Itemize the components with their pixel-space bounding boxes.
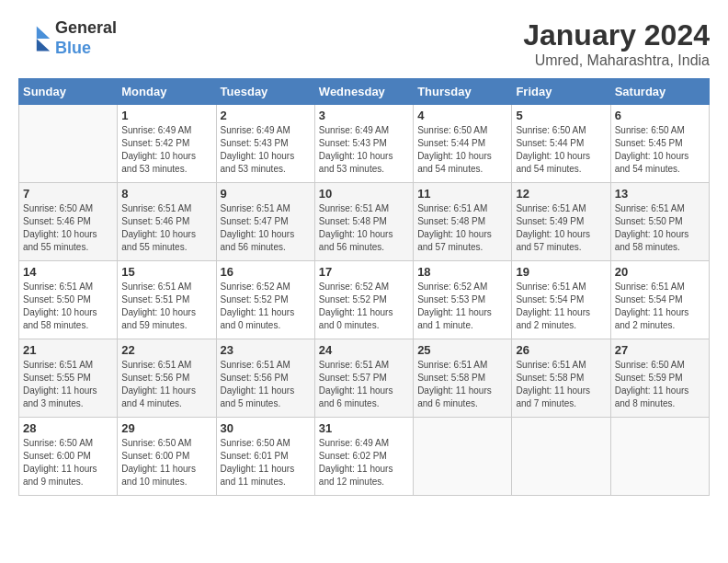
day-number: 19 bbox=[516, 265, 606, 279]
day-number: 18 bbox=[417, 265, 507, 279]
calendar-body: 1 Sunrise: 6:49 AMSunset: 5:42 PMDayligh… bbox=[19, 105, 710, 496]
day-number: 12 bbox=[516, 187, 606, 201]
day-number: 2 bbox=[221, 109, 311, 122]
calendar-cell: 9 Sunrise: 6:51 AMSunset: 5:47 PMDayligh… bbox=[216, 183, 314, 261]
day-number: 26 bbox=[516, 343, 606, 357]
day-info: Sunrise: 6:50 AMSunset: 6:00 PMDaylight:… bbox=[23, 437, 113, 488]
month-title: January 2024 bbox=[523, 18, 710, 52]
calendar-row: 7 Sunrise: 6:50 AMSunset: 5:46 PMDayligh… bbox=[19, 183, 710, 261]
day-info: Sunrise: 6:51 AMSunset: 5:54 PMDaylight:… bbox=[516, 281, 606, 332]
location: Umred, Maharashtra, India bbox=[523, 52, 710, 69]
day-info: Sunrise: 6:51 AMSunset: 5:47 PMDaylight:… bbox=[221, 202, 311, 254]
calendar-cell: 25 Sunrise: 6:51 AMSunset: 5:58 PMDaylig… bbox=[414, 339, 512, 418]
weekday-header: Saturday bbox=[610, 79, 709, 105]
calendar-cell: 22 Sunrise: 6:51 AMSunset: 5:56 PMDaylig… bbox=[118, 339, 216, 418]
day-number: 31 bbox=[319, 421, 409, 435]
day-number: 14 bbox=[23, 265, 113, 279]
calendar-cell: 1 Sunrise: 6:49 AMSunset: 5:42 PMDayligh… bbox=[118, 105, 216, 183]
calendar-row: 28 Sunrise: 6:50 AMSunset: 6:00 PMDaylig… bbox=[19, 418, 710, 496]
day-info: Sunrise: 6:51 AMSunset: 5:48 PMDaylight:… bbox=[319, 202, 409, 254]
calendar-cell: 11 Sunrise: 6:51 AMSunset: 5:48 PMDaylig… bbox=[414, 183, 512, 261]
day-info: Sunrise: 6:50 AMSunset: 6:01 PMDaylight:… bbox=[221, 437, 311, 488]
calendar-cell: 2 Sunrise: 6:49 AMSunset: 5:43 PMDayligh… bbox=[216, 105, 314, 183]
day-number: 6 bbox=[615, 109, 705, 122]
day-number: 22 bbox=[121, 343, 211, 357]
day-info: Sunrise: 6:50 AMSunset: 5:45 PMDaylight:… bbox=[615, 124, 705, 176]
day-number: 1 bbox=[121, 109, 211, 122]
calendar-cell: 18 Sunrise: 6:52 AMSunset: 5:53 PMDaylig… bbox=[414, 261, 512, 339]
calendar-cell: 23 Sunrise: 6:51 AMSunset: 5:56 PMDaylig… bbox=[216, 339, 314, 418]
day-number: 20 bbox=[615, 265, 705, 279]
day-number: 17 bbox=[319, 265, 409, 279]
calendar-cell: 12 Sunrise: 6:51 AMSunset: 5:49 PMDaylig… bbox=[512, 183, 610, 261]
calendar-cell: 26 Sunrise: 6:51 AMSunset: 5:58 PMDaylig… bbox=[512, 339, 610, 418]
day-info: Sunrise: 6:51 AMSunset: 5:58 PMDaylight:… bbox=[417, 359, 507, 410]
calendar-cell: 19 Sunrise: 6:51 AMSunset: 5:54 PMDaylig… bbox=[512, 261, 610, 339]
day-number: 28 bbox=[23, 421, 113, 435]
weekday-header: Friday bbox=[512, 79, 610, 105]
calendar-cell: 10 Sunrise: 6:51 AMSunset: 5:48 PMDaylig… bbox=[314, 183, 413, 261]
day-info: Sunrise: 6:50 AMSunset: 5:46 PMDaylight:… bbox=[23, 202, 113, 254]
svg-marker-0 bbox=[37, 26, 50, 39]
day-number: 5 bbox=[516, 109, 606, 122]
day-number: 30 bbox=[221, 421, 311, 435]
calendar-cell: 13 Sunrise: 6:51 AMSunset: 5:50 PMDaylig… bbox=[610, 183, 709, 261]
calendar-cell: 3 Sunrise: 6:49 AMSunset: 5:43 PMDayligh… bbox=[314, 105, 413, 183]
calendar-cell bbox=[512, 418, 610, 496]
day-info: Sunrise: 6:52 AMSunset: 5:52 PMDaylight:… bbox=[221, 281, 311, 332]
calendar-cell: 5 Sunrise: 6:50 AMSunset: 5:44 PMDayligh… bbox=[512, 105, 610, 183]
title-block: January 2024 Umred, Maharashtra, India bbox=[523, 18, 710, 69]
logo: General Blue bbox=[18, 18, 117, 58]
day-info: Sunrise: 6:50 AMSunset: 5:44 PMDaylight:… bbox=[516, 124, 606, 176]
logo-text: General Blue bbox=[55, 18, 117, 58]
day-number: 29 bbox=[121, 421, 211, 435]
day-info: Sunrise: 6:51 AMSunset: 5:56 PMDaylight:… bbox=[221, 359, 311, 410]
day-number: 23 bbox=[221, 343, 311, 357]
day-info: Sunrise: 6:49 AMSunset: 5:42 PMDaylight:… bbox=[121, 124, 211, 176]
day-info: Sunrise: 6:51 AMSunset: 5:50 PMDaylight:… bbox=[23, 281, 113, 332]
header-row: SundayMondayTuesdayWednesdayThursdayFrid… bbox=[19, 79, 710, 105]
calendar-cell: 16 Sunrise: 6:52 AMSunset: 5:52 PMDaylig… bbox=[216, 261, 314, 339]
day-number: 21 bbox=[23, 343, 113, 357]
day-info: Sunrise: 6:49 AMSunset: 6:02 PMDaylight:… bbox=[319, 437, 409, 488]
day-number: 16 bbox=[221, 265, 311, 279]
weekday-header: Wednesday bbox=[314, 79, 413, 105]
calendar-cell bbox=[19, 105, 118, 183]
calendar-header: SundayMondayTuesdayWednesdayThursdayFrid… bbox=[19, 79, 710, 105]
day-info: Sunrise: 6:50 AMSunset: 5:44 PMDaylight:… bbox=[417, 124, 507, 176]
calendar-cell: 6 Sunrise: 6:50 AMSunset: 5:45 PMDayligh… bbox=[610, 105, 709, 183]
day-number: 3 bbox=[319, 109, 409, 122]
day-number: 25 bbox=[417, 343, 507, 357]
calendar-cell bbox=[414, 418, 512, 496]
calendar-cell: 20 Sunrise: 6:51 AMSunset: 5:54 PMDaylig… bbox=[610, 261, 709, 339]
calendar-cell: 30 Sunrise: 6:50 AMSunset: 6:01 PMDaylig… bbox=[216, 418, 314, 496]
day-info: Sunrise: 6:51 AMSunset: 5:54 PMDaylight:… bbox=[615, 281, 705, 332]
weekday-header: Sunday bbox=[19, 79, 118, 105]
day-number: 24 bbox=[319, 343, 409, 357]
calendar-row: 1 Sunrise: 6:49 AMSunset: 5:42 PMDayligh… bbox=[19, 105, 710, 183]
calendar-cell: 21 Sunrise: 6:51 AMSunset: 5:55 PMDaylig… bbox=[19, 339, 118, 418]
logo-icon bbox=[18, 22, 51, 55]
day-info: Sunrise: 6:52 AMSunset: 5:52 PMDaylight:… bbox=[319, 281, 409, 332]
calendar-row: 21 Sunrise: 6:51 AMSunset: 5:55 PMDaylig… bbox=[19, 339, 710, 418]
calendar-cell: 31 Sunrise: 6:49 AMSunset: 6:02 PMDaylig… bbox=[314, 418, 413, 496]
svg-marker-1 bbox=[37, 39, 50, 52]
calendar-cell: 28 Sunrise: 6:50 AMSunset: 6:00 PMDaylig… bbox=[19, 418, 118, 496]
calendar-cell: 14 Sunrise: 6:51 AMSunset: 5:50 PMDaylig… bbox=[19, 261, 118, 339]
day-number: 4 bbox=[417, 109, 507, 122]
day-info: Sunrise: 6:51 AMSunset: 5:48 PMDaylight:… bbox=[417, 202, 507, 254]
calendar-cell: 7 Sunrise: 6:50 AMSunset: 5:46 PMDayligh… bbox=[19, 183, 118, 261]
calendar-cell: 15 Sunrise: 6:51 AMSunset: 5:51 PMDaylig… bbox=[118, 261, 216, 339]
calendar-cell: 24 Sunrise: 6:51 AMSunset: 5:57 PMDaylig… bbox=[314, 339, 413, 418]
calendar-cell: 8 Sunrise: 6:51 AMSunset: 5:46 PMDayligh… bbox=[118, 183, 216, 261]
day-info: Sunrise: 6:51 AMSunset: 5:56 PMDaylight:… bbox=[121, 359, 211, 410]
day-number: 11 bbox=[417, 187, 507, 201]
day-info: Sunrise: 6:51 AMSunset: 5:46 PMDaylight:… bbox=[121, 202, 211, 254]
day-info: Sunrise: 6:51 AMSunset: 5:50 PMDaylight:… bbox=[615, 202, 705, 254]
day-info: Sunrise: 6:50 AMSunset: 6:00 PMDaylight:… bbox=[121, 437, 211, 488]
calendar-cell: 17 Sunrise: 6:52 AMSunset: 5:52 PMDaylig… bbox=[314, 261, 413, 339]
day-info: Sunrise: 6:51 AMSunset: 5:57 PMDaylight:… bbox=[319, 359, 409, 410]
day-number: 9 bbox=[221, 187, 311, 201]
day-number: 15 bbox=[121, 265, 211, 279]
day-info: Sunrise: 6:52 AMSunset: 5:53 PMDaylight:… bbox=[417, 281, 507, 332]
